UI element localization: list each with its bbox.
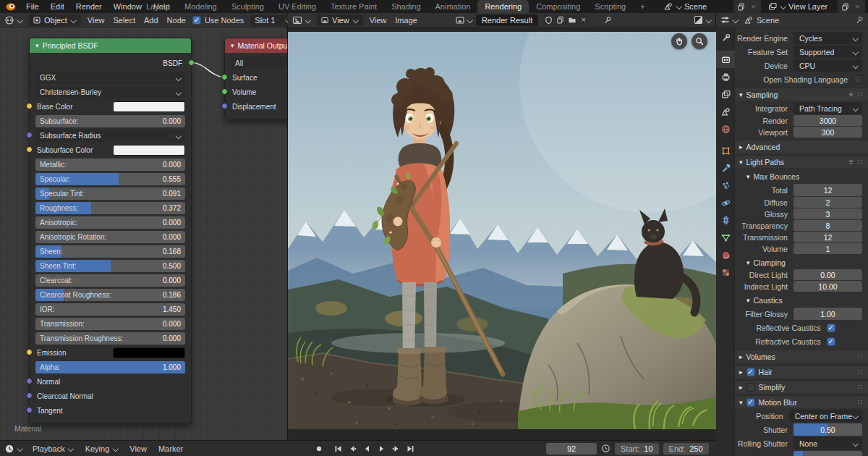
workspace-tab-shading[interactable]: Shading [384, 0, 427, 13]
volume-field[interactable]: 1 [793, 243, 862, 254]
glossy-field[interactable]: 3 [793, 208, 862, 219]
transparency-field[interactable]: 8 [793, 220, 862, 231]
shader-menu-node[interactable]: Node [167, 16, 186, 25]
tangent-input-socket[interactable] [26, 407, 33, 413]
shader-menu-add[interactable]: Add [144, 16, 158, 25]
scene-selector[interactable]: Scene × [664, 0, 761, 13]
view-layer-name[interactable]: View Layer [788, 2, 835, 11]
render-engine-dropdown[interactable]: Cycles [793, 32, 862, 44]
sheen-slider[interactable]: Sheen:0.168 [35, 245, 185, 258]
properties-tab-object-data[interactable] [716, 229, 735, 246]
device-dropdown[interactable]: CPU [793, 59, 862, 72]
new-image-icon[interactable] [555, 14, 566, 26]
workspace-tab-sculpting[interactable]: Sculpting [224, 0, 271, 13]
principled-node-header[interactable]: ▾ Principled BSDF [30, 38, 191, 53]
anisotropic-rotation-slider[interactable]: Anisotropic Rotation:0.000 [35, 231, 185, 243]
add-workspace-button[interactable]: + [633, 0, 652, 13]
menu-edit[interactable]: Edit [46, 0, 69, 13]
properties-tab-render[interactable] [716, 51, 735, 68]
unlink-image-icon[interactable]: × [578, 14, 589, 26]
properties-tab-scene[interactable] [716, 103, 735, 120]
simplify-panel-header[interactable]: ▸Simplify∷ [735, 380, 868, 393]
editor-type-selector[interactable] [292, 15, 310, 25]
indirect-light-field[interactable]: 10.00 [793, 281, 862, 292]
subsurface-slider[interactable]: Subsurface:0.000 [35, 115, 185, 127]
simplify-checkbox[interactable] [746, 383, 755, 392]
pan-view-button[interactable] [671, 33, 687, 49]
fake-user-shield-icon[interactable] [543, 14, 554, 26]
diffuse-field[interactable]: 2 [793, 197, 862, 208]
use-nodes-checkbox[interactable] [192, 16, 201, 25]
new-view-layer-icon[interactable] [840, 1, 851, 12]
drag-dots-icon[interactable]: ∷ [858, 352, 862, 360]
clamping-panel-header[interactable]: ▾Clamping [735, 257, 868, 269]
properties-tab-physics[interactable] [716, 194, 735, 211]
clearcoat-slider[interactable]: Clearcoat:0.000 [35, 274, 185, 287]
ggx-dropdown[interactable]: GGX [35, 72, 185, 84]
timeline-menu-marker[interactable]: Marker [154, 444, 187, 453]
workspace-tab-texture-paint[interactable]: Texture Paint [323, 0, 384, 13]
anisotropic-slider[interactable]: Anisotropic:0.000 [35, 216, 185, 229]
display-channels-dropdown[interactable] [694, 15, 711, 25]
reflective-caustics-checkbox[interactable] [827, 324, 835, 332]
drag-dots-icon[interactable]: ∷ [858, 90, 862, 98]
pin-icon[interactable] [603, 16, 612, 25]
editor-type-selector[interactable] [4, 444, 22, 454]
editor-type-selector[interactable] [4, 15, 22, 25]
properties-tab-world[interactable] [716, 120, 735, 138]
osl-checkbox[interactable] [854, 75, 862, 84]
play-button[interactable] [375, 443, 388, 455]
normal-input-socket[interactable] [26, 378, 33, 384]
new-scene-icon[interactable] [736, 1, 746, 12]
transmission-field[interactable]: 12 [793, 232, 862, 242]
caustics-panel-header[interactable]: ▾Caustics [735, 295, 868, 306]
motion-blur-panel-header[interactable]: ▾Motion Blur∷ [735, 395, 868, 408]
hair-checkbox[interactable] [746, 368, 755, 376]
metallic-slider[interactable]: Metallic:0.000 [35, 159, 185, 171]
properties-tab-output[interactable] [716, 68, 735, 85]
principled-bsdf-node[interactable]: ▾ Principled BSDF BSDFGGXChristensen-Bur… [29, 38, 192, 424]
filter-glossy-field[interactable]: 1.00 [793, 308, 862, 320]
next-keyframe-button[interactable] [389, 443, 402, 455]
image-name-field[interactable]: Render Result [476, 14, 538, 26]
clearcoat-roughness-slider[interactable]: Clearcoat Roughness:0.186 [35, 289, 185, 301]
properties-tab-object[interactable] [716, 142, 735, 159]
render-field[interactable]: 3000 [793, 115, 862, 126]
pin-icon[interactable] [855, 16, 864, 25]
drag-dots-icon[interactable]: ∷ [858, 383, 862, 391]
properties-tab-modifiers[interactable] [716, 159, 735, 177]
image-datablock-selector[interactable]: Render Result × [456, 14, 591, 27]
drag-dots-icon[interactable]: ∷ [858, 398, 862, 406]
editor-type-selector[interactable] [720, 15, 738, 25]
workspace-tab-modeling[interactable]: Modeling [177, 0, 224, 13]
emission-swatch[interactable] [113, 347, 185, 358]
shutter-slider[interactable]: 0.50 [793, 423, 862, 436]
christensen-burley-dropdown[interactable]: Christensen-Burley [35, 86, 185, 98]
menu-file[interactable]: File [21, 0, 44, 13]
drag-dots-icon[interactable]: ∷ [858, 158, 862, 166]
end-frame-field[interactable]: End:250 [663, 443, 709, 455]
properties-tab-particles[interactable] [716, 177, 735, 194]
properties-tab-texture[interactable] [716, 263, 735, 281]
sheen-tint-slider[interactable]: Sheen Tint:0.500 [35, 260, 185, 272]
bsdf-output-socket[interactable] [188, 59, 195, 66]
surface-input-socket[interactable] [221, 74, 228, 80]
shader-type-dropdown[interactable]: Object [29, 14, 81, 26]
presets-icon[interactable]: ≡ [849, 158, 854, 166]
drag-dots-icon[interactable]: ∷ [858, 368, 862, 376]
light-paths-panel-header[interactable]: ▾Light Paths≡∷ [735, 155, 868, 168]
blender-logo-icon[interactable] [4, 2, 16, 11]
jump-to-start-button[interactable] [331, 443, 344, 455]
output-target-dropdown[interactable]: All [231, 57, 287, 69]
zoom-view-button[interactable] [692, 33, 707, 49]
displacement-input-socket[interactable] [221, 103, 228, 109]
subsurface-color-input-socket[interactable] [26, 146, 33, 153]
transmission-slider[interactable]: Transmission:0.000 [35, 318, 185, 330]
advanced-panel-header[interactable]: ▸Advanced [735, 140, 868, 153]
presets-icon[interactable]: ≡ [849, 90, 854, 98]
workspace-tab-animation[interactable]: Animation [428, 0, 478, 13]
remove-view-layer-icon[interactable]: × [852, 1, 863, 12]
alpha-slider[interactable]: Alpha:1.000 [35, 361, 185, 373]
timeline-menu-view[interactable]: View [125, 444, 151, 453]
properties-tab-constraints[interactable] [716, 211, 735, 229]
